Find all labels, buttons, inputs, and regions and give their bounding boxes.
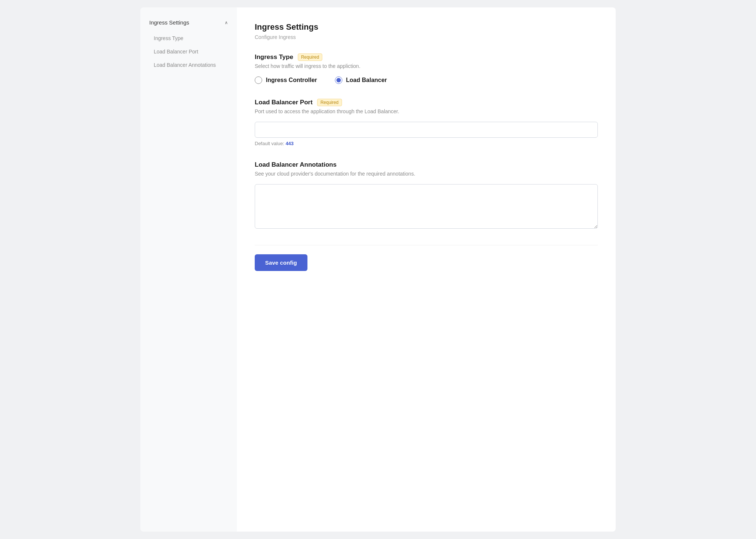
- load-balancer-annotations-description: See your cloud provider's documentation …: [255, 171, 598, 177]
- sidebar-section-title: Ingress Settings: [149, 19, 189, 26]
- ingress-type-section: Ingress Type Required Select how traffic…: [255, 53, 598, 84]
- chevron-up-icon: ∧: [225, 20, 228, 25]
- sidebar-item-load-balancer-annotations[interactable]: Load Balancer Annotations: [140, 58, 237, 72]
- ingress-type-required-badge: Required: [298, 53, 323, 61]
- load-balancer-port-default-value: 443: [286, 141, 294, 146]
- ingress-type-title-row: Ingress Type Required: [255, 53, 598, 61]
- load-balancer-port-title-row: Load Balancer Port Required: [255, 99, 598, 106]
- radio-ingress-controller[interactable]: [255, 76, 262, 84]
- load-balancer-annotations-section: Load Balancer Annotations See your cloud…: [255, 161, 598, 230]
- radio-option-ingress-controller[interactable]: Ingress Controller: [255, 76, 317, 84]
- load-balancer-annotations-title-row: Load Balancer Annotations: [255, 161, 598, 169]
- load-balancer-port-section: Load Balancer Port Required Port used to…: [255, 99, 598, 146]
- load-balancer-annotations-title: Load Balancer Annotations: [255, 161, 336, 169]
- page-subtitle: Configure Ingress: [255, 34, 598, 40]
- main-content: Ingress Settings Configure Ingress Ingre…: [237, 7, 616, 532]
- sidebar-section-header[interactable]: Ingress Settings ∧: [140, 16, 237, 32]
- sidebar-nav: Ingress Type Load Balancer Port Load Bal…: [140, 32, 237, 72]
- load-balancer-port-description: Port used to access the application thro…: [255, 108, 598, 114]
- radio-option-load-balancer[interactable]: Load Balancer: [335, 76, 387, 84]
- load-balancer-annotations-textarea[interactable]: [255, 184, 598, 229]
- sidebar-item-ingress-type[interactable]: Ingress Type: [140, 32, 237, 45]
- radio-load-balancer-label: Load Balancer: [346, 77, 387, 84]
- ingress-type-description: Select how traffic will ingress to the a…: [255, 63, 598, 69]
- page-title: Ingress Settings: [255, 22, 598, 32]
- load-balancer-port-default: Default value: 443: [255, 141, 598, 146]
- save-config-button[interactable]: Save config: [255, 254, 307, 271]
- footer: Save config: [255, 245, 598, 271]
- load-balancer-port-title: Load Balancer Port: [255, 99, 313, 106]
- radio-load-balancer[interactable]: [335, 76, 342, 84]
- ingress-type-radio-group: Ingress Controller Load Balancer: [255, 76, 598, 84]
- sidebar-item-load-balancer-port[interactable]: Load Balancer Port: [140, 45, 237, 58]
- ingress-type-title: Ingress Type: [255, 53, 293, 61]
- sidebar: Ingress Settings ∧ Ingress Type Load Bal…: [140, 7, 237, 532]
- radio-ingress-controller-label: Ingress Controller: [266, 77, 317, 84]
- load-balancer-port-required-badge: Required: [317, 99, 342, 106]
- page-layout: Ingress Settings ∧ Ingress Type Load Bal…: [140, 7, 616, 532]
- load-balancer-port-input[interactable]: [255, 122, 598, 138]
